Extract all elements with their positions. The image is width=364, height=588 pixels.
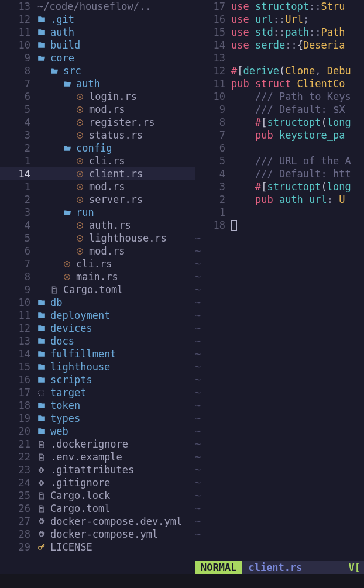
code-line[interactable]: 14use serde::{Deseria xyxy=(195,39,364,51)
line-number: 7 xyxy=(0,257,34,270)
tree-item-label: Cargo.lock xyxy=(50,489,110,502)
line-number: 7 xyxy=(195,129,231,142)
tree-item-label: lighthouse xyxy=(50,360,110,373)
code-line[interactable]: 15use std::path::Path xyxy=(195,26,364,39)
code-line[interactable]: 12#[derive(Clone, Debu xyxy=(195,64,364,77)
tree-item[interactable]: 15lighthouse xyxy=(0,360,195,373)
tree-item[interactable]: 14client.rs xyxy=(0,167,195,180)
code-line[interactable]: 13 xyxy=(195,51,364,64)
tree-item[interactable]: 12devices xyxy=(0,322,195,335)
tree-item[interactable]: 9Cargo.toml xyxy=(0,283,195,296)
tree-item-label: docs xyxy=(50,335,74,348)
tree-item[interactable]: 28docker-compose.yml xyxy=(0,528,195,541)
tree-item[interactable]: 24.gitignore xyxy=(0,476,195,489)
svg-point-11 xyxy=(79,173,81,174)
tree-item[interactable]: 7auth xyxy=(0,77,195,90)
tree-item[interactable]: 4register.rs xyxy=(0,116,195,129)
code-line[interactable]: 10 /// Path to Keys xyxy=(195,90,364,103)
code-text: use std::path::Path xyxy=(231,26,345,39)
code-line[interactable]: 5 /// URL of the A xyxy=(195,154,364,167)
key-icon xyxy=(37,544,47,551)
code-line[interactable]: 1 xyxy=(195,206,364,219)
code-line[interactable]: 3 #[structopt(long xyxy=(195,180,364,193)
rust-icon xyxy=(76,106,85,114)
code-text: pub auth_url: U xyxy=(231,193,345,206)
command-line[interactable] xyxy=(0,574,364,588)
tree-item-label: fulfillment xyxy=(50,348,116,360)
tree-item[interactable]: 17target xyxy=(0,386,195,399)
code-line[interactable]: 8 #[structopt(long xyxy=(195,116,364,129)
tree-item[interactable]: 10build xyxy=(0,39,195,51)
code-line[interactable]: 2 pub auth_url: U xyxy=(195,193,364,206)
line-number: 2 xyxy=(0,142,34,154)
line-number: 14 xyxy=(0,348,34,360)
tree-item[interactable]: 4auth.rs xyxy=(0,219,195,232)
tree-item[interactable]: 1mod.rs xyxy=(0,180,195,193)
tree-item-label: cli.rs xyxy=(89,154,125,167)
tree-item[interactable]: 3status.rs xyxy=(0,129,195,142)
line-number: 3 xyxy=(0,206,34,219)
code-line[interactable]: 7 pub keystore_pa xyxy=(195,129,364,142)
line-number: 14 xyxy=(0,167,34,180)
code-line[interactable]: 11pub struct ClientCo xyxy=(195,77,364,90)
code-editor-pane[interactable]: 17use structopt::Stru16use url::Url;15us… xyxy=(195,0,364,574)
tree-item[interactable]: 8src xyxy=(0,64,195,77)
tree-item[interactable]: 18token xyxy=(0,399,195,412)
tree-item[interactable]: 29LICENSE xyxy=(0,541,195,553)
tree-item[interactable]: 13docs xyxy=(0,335,195,348)
svg-point-5 xyxy=(79,121,81,123)
tree-item[interactable]: 11auth xyxy=(0,26,195,39)
tree-item[interactable]: 12.git xyxy=(0,13,195,26)
code-line[interactable]: 6 xyxy=(195,142,364,154)
line-number: 13 xyxy=(0,0,34,13)
svg-point-21 xyxy=(79,250,81,252)
tree-item[interactable]: 19types xyxy=(0,412,195,425)
line-number: 17 xyxy=(195,0,231,13)
line-number: 18 xyxy=(0,399,34,412)
line-number: 9 xyxy=(0,51,34,64)
tree-item[interactable]: 5mod.rs xyxy=(0,103,195,116)
rust-icon xyxy=(76,157,85,165)
tree-item-label: mod.rs xyxy=(89,245,125,257)
folder-icon xyxy=(37,298,47,307)
empty-line-tilde: ~ xyxy=(195,502,364,515)
line-number: 8 xyxy=(195,116,231,129)
tree-item[interactable]: 26Cargo.toml xyxy=(0,502,195,515)
tree-item-label: .git xyxy=(50,13,74,26)
tree-item-label: Cargo.toml xyxy=(50,502,110,515)
tree-item[interactable]: 2config xyxy=(0,142,195,154)
tree-item[interactable]: 7cli.rs xyxy=(0,257,195,270)
tree-item[interactable]: 6login.rs xyxy=(0,90,195,103)
rust-icon xyxy=(76,170,85,178)
tree-item[interactable]: 16scripts xyxy=(0,373,195,386)
tree-item[interactable]: 25Cargo.lock xyxy=(0,489,195,502)
tree-item[interactable]: 11deployment xyxy=(0,309,195,322)
empty-line-tilde: ~ xyxy=(195,451,364,463)
tree-item[interactable]: 8main.rs xyxy=(0,270,195,283)
tree-header: 13 ~/code/houseflow/.. xyxy=(0,0,195,13)
tree-item[interactable]: 20web xyxy=(0,425,195,438)
tree-item[interactable]: 14fulfillment xyxy=(0,348,195,360)
file-tree-pane[interactable]: 13 ~/code/houseflow/.. 12.git11auth10bui… xyxy=(0,0,195,574)
code-line[interactable]: 9 /// Default: $X xyxy=(195,103,364,116)
tree-item[interactable]: 2server.rs xyxy=(0,193,195,206)
tree-item[interactable]: 5lighthouse.rs xyxy=(0,232,195,245)
tree-item[interactable]: 1cli.rs xyxy=(0,154,195,167)
tree-item[interactable]: 9core xyxy=(0,51,195,64)
code-line[interactable]: 16use url::Url; xyxy=(195,13,364,26)
tree-item[interactable]: 21.dockerignore xyxy=(0,438,195,451)
line-number: 4 xyxy=(0,116,34,129)
tree-item[interactable]: 22.env.example xyxy=(0,451,195,463)
tree-item[interactable]: 10db xyxy=(0,296,195,309)
tree-item[interactable]: 6mod.rs xyxy=(0,245,195,257)
code-line[interactable]: 17use structopt::Stru xyxy=(195,0,364,13)
tree-item[interactable]: 27docker-compose.dev.yml xyxy=(0,515,195,528)
tree-item[interactable]: 23.gitattributes xyxy=(0,463,195,476)
line-number: 3 xyxy=(195,180,231,193)
tree-item-label: run xyxy=(76,206,94,219)
line-number: 1 xyxy=(0,180,34,193)
tree-item[interactable]: 3run xyxy=(0,206,195,219)
code-line[interactable]: 4 /// Default: htt xyxy=(195,167,364,180)
empty-line-tilde: ~ xyxy=(195,463,364,476)
cursor-line[interactable]: 18 xyxy=(195,219,364,232)
